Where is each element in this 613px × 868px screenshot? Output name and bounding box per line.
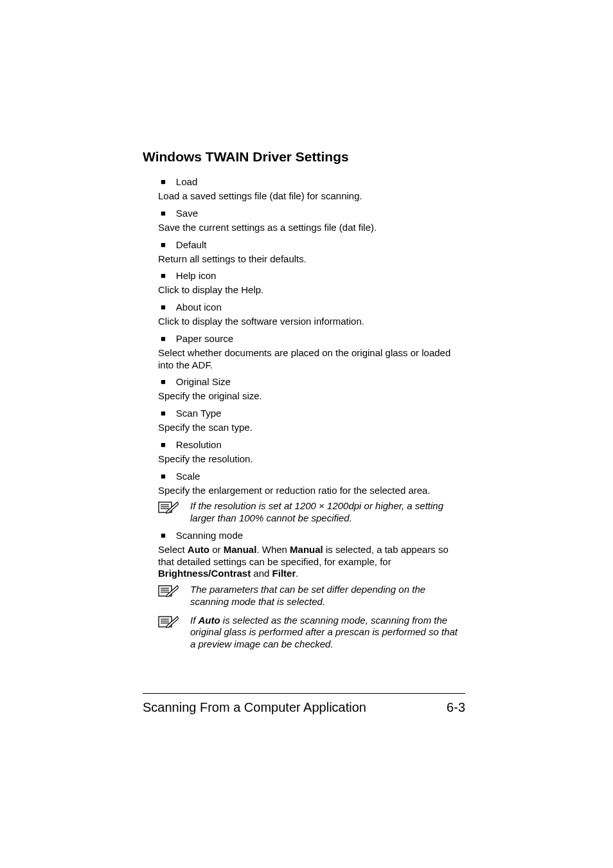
document-page: Windows TWAIN Driver Settings ■ Load Loa… [0, 0, 613, 868]
bullet-label: Scanning mode [176, 530, 243, 541]
text-bold: Filter [272, 568, 296, 579]
footer-section-title: Scanning From a Computer Application [143, 700, 366, 715]
bullet-item: ■ Load [158, 176, 465, 188]
text-bold: Manual [224, 544, 257, 555]
square-bullet-icon: ■ [161, 439, 166, 451]
text-segment: . [296, 568, 298, 579]
bullet-label: About icon [176, 302, 222, 313]
bullet-label: Original Size [176, 376, 231, 388]
text-segment: and [251, 568, 272, 579]
text-segment: is selected as the scanning mode, scanni… [190, 615, 458, 650]
bullet-item: ■ About icon [158, 302, 465, 313]
section-content: ■ Load Load a saved settings file (dat f… [143, 176, 465, 651]
page-footer: Scanning From a Computer Application 6-3 [143, 693, 465, 715]
footer-rule [143, 693, 465, 694]
square-bullet-icon: ■ [161, 302, 166, 313]
bullet-item: ■ Scanning mode [158, 530, 465, 541]
note-text: The parameters that can be set differ de… [190, 584, 465, 608]
text-bold: Auto [199, 615, 220, 626]
bullet-item: ■ Paper source [158, 333, 465, 345]
square-bullet-icon: ■ [161, 530, 166, 541]
square-bullet-icon: ■ [161, 239, 166, 251]
square-bullet-icon: ■ [161, 270, 166, 282]
bullet-description: Specify the resolution. [158, 453, 465, 466]
bullet-description: Specify the scan type. [158, 422, 465, 434]
text-bold: Brightness/Contrast [158, 568, 251, 579]
section-heading: Windows TWAIN Driver Settings [143, 149, 465, 165]
bullet-item: ■ Resolution [158, 439, 465, 451]
text-segment: . When [256, 544, 290, 555]
bullet-description: Load a saved settings file (dat file) fo… [158, 190, 465, 203]
bullet-label: Paper source [176, 333, 233, 345]
note-text: If the resolution is set at 1200 × 1200d… [190, 500, 465, 525]
footer-page-number: 6-3 [447, 700, 465, 715]
square-bullet-icon: ■ [161, 208, 166, 219]
bullet-item: ■ Original Size [158, 376, 465, 388]
bullet-item: ■ Help icon [158, 270, 465, 282]
square-bullet-icon: ■ [161, 408, 166, 419]
bullet-label: Load [176, 176, 197, 188]
bullet-description: Select whether documents are placed on t… [158, 347, 465, 372]
note-icon [158, 615, 186, 629]
bullet-description: Return all settings to their defaults. [158, 253, 465, 266]
square-bullet-icon: ■ [161, 471, 166, 482]
bullet-label: Help icon [176, 270, 217, 282]
note-text: If Auto is selected as the scanning mode… [190, 615, 465, 651]
square-bullet-icon: ■ [161, 176, 166, 188]
bullet-label: Save [176, 208, 198, 219]
text-segment: If [190, 615, 199, 626]
text-segment: or [209, 544, 224, 555]
bullet-label: Default [176, 239, 207, 251]
bullet-item: ■ Scale [158, 471, 465, 482]
note-icon [158, 584, 186, 598]
bullet-description: Click to display the Help. [158, 284, 465, 296]
bullet-item: ■ Default [158, 239, 465, 251]
bullet-description: Specify the original size. [158, 390, 465, 402]
bullet-item: ■ Save [158, 208, 465, 219]
text-bold: Manual [290, 544, 323, 555]
note-block: The parameters that can be set differ de… [158, 584, 465, 608]
bullet-label: Resolution [176, 439, 222, 451]
bullet-description: Specify the enlargement or reduction rat… [158, 485, 465, 497]
text-segment: Select [158, 544, 188, 555]
bullet-description: Select Auto or Manual. When Manual is se… [158, 544, 465, 580]
bullet-description: Click to display the software version in… [158, 316, 465, 328]
bullet-item: ■ Scan Type [158, 408, 465, 419]
square-bullet-icon: ■ [161, 376, 166, 388]
note-block: If the resolution is set at 1200 × 1200d… [158, 500, 465, 525]
text-bold: Auto [188, 544, 209, 555]
bullet-description: Save the current settings as a settings … [158, 222, 465, 234]
note-icon [158, 500, 186, 514]
bullet-label: Scale [176, 471, 200, 482]
note-block: If Auto is selected as the scanning mode… [158, 615, 465, 651]
square-bullet-icon: ■ [161, 333, 166, 345]
bullet-label: Scan Type [176, 408, 222, 419]
